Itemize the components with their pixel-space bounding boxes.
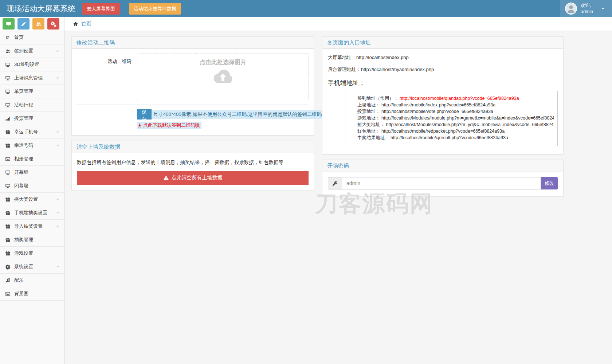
gift-icon xyxy=(5,237,14,243)
key-addon xyxy=(328,177,342,189)
bigscreen-url[interactable]: http://localhost/index.php xyxy=(356,55,409,60)
sidebar-item-3d-qiandao[interactable]: 3D签到设置 xyxy=(0,58,64,71)
quick-buttons xyxy=(0,17,64,31)
desktop-icon xyxy=(5,170,14,175)
chevron-down-icon xyxy=(56,130,60,134)
clear-data-panel: 清空上墙系统数据 数据包括所有签到用户信息，发送的上墙消息，抽奖结果，摇一摇数据… xyxy=(71,141,314,190)
admin-url[interactable]: http://localhost/myadmin/index.php xyxy=(361,67,434,72)
sidebar-item-shake-prize[interactable]: 摇大奖设置 xyxy=(0,193,64,206)
key-icon xyxy=(332,181,338,186)
pencil-icon xyxy=(21,21,27,27)
chevron-down-icon xyxy=(56,197,60,201)
cogs-icon xyxy=(51,21,56,27)
users-icon xyxy=(36,21,42,27)
save-button[interactable]: 保存 xyxy=(137,109,152,120)
mobile-url[interactable]: http://localhost/mobile/vote.php?vcode=6… xyxy=(381,109,493,114)
desktop-icon xyxy=(5,62,14,67)
sidebar-item-schedule[interactable]: 活动行程 xyxy=(0,98,64,112)
divider xyxy=(76,104,309,105)
qrcode-upload-area[interactable]: 点击此处选择图片 xyxy=(137,54,309,100)
user-menu[interactable]: 欢迎, admin xyxy=(560,0,612,17)
image-icon xyxy=(5,156,14,162)
mobile-url[interactable]: http://localhost/mobile/index.php?vcode=… xyxy=(381,102,495,107)
save-hint-text: 尺寸400*400像素,如果不使用公众号二维码,这里留空的就是默认的签到二维码 xyxy=(152,110,324,119)
export-data-button[interactable]: 活动结束去导出数据 xyxy=(129,3,181,15)
dashboard-icon xyxy=(5,35,14,40)
sidebar-item-lucky-number[interactable]: 幸运号码 xyxy=(0,139,64,152)
gear-icon xyxy=(5,264,14,270)
left-column: 修改活动二维码 活动二维码: 点击此处选择图片 保存 尺寸400*400像素,如… xyxy=(71,36,314,195)
mobile-url-line: 签到地址（常用）： http://localhost/mobile/qianda… xyxy=(357,95,554,102)
top-header: 现场活动大屏幕系统 去大屏幕界面 活动结束去导出数据 欢迎, admin xyxy=(0,0,612,17)
desktop-icon xyxy=(5,102,14,108)
sidebar-item-wall-message[interactable]: 上墙消息管理 xyxy=(0,71,64,85)
desktop-icon xyxy=(5,75,14,81)
chevron-down-icon xyxy=(56,49,60,53)
qrcode-panel-title: 修改活动二维码 xyxy=(72,37,314,49)
chevron-down-icon xyxy=(56,144,60,148)
home-icon xyxy=(73,21,78,27)
mobile-url-line: 中奖结果地址： http://localhost/mobile/cjresult… xyxy=(357,134,554,141)
mobile-url-line: 上墙地址： http://localhost/mobile/index.php?… xyxy=(357,102,554,108)
music-icon xyxy=(5,278,14,283)
users-button[interactable] xyxy=(32,18,44,30)
username-text: admin xyxy=(581,9,593,15)
sidebar-item-game-settings[interactable]: 游戏设置 xyxy=(0,247,64,260)
settings-button[interactable] xyxy=(47,18,59,30)
edit-button[interactable] xyxy=(17,18,30,30)
mobile-url-line: 红包地址： http://localhost/mobile/redpacket.… xyxy=(357,128,554,134)
users-icon xyxy=(5,48,14,54)
chevron-down-icon xyxy=(56,211,60,215)
go-bigscreen-button[interactable]: 去大屏幕界面 xyxy=(82,3,120,15)
main-content: 修改活动二维码 活动二维码: 点击此处选择图片 保存 尺寸400*400像素,如… xyxy=(64,31,612,364)
chevron-down-icon xyxy=(56,76,60,80)
chat-button[interactable] xyxy=(3,18,15,30)
sidebar-item-system-settings[interactable]: 系统设置 xyxy=(0,260,64,274)
sidebar-item-vote[interactable]: 投票管理 xyxy=(0,112,64,125)
mobile-url[interactable]: http://localhost/mobile/cjresult.php?vco… xyxy=(391,135,508,140)
sidebar-item-mobile-lottery[interactable]: 手机端抽奖设置 xyxy=(0,206,64,220)
gift-icon xyxy=(5,129,14,135)
qrcode-field-label: 活动二维码: xyxy=(76,54,137,100)
clear-all-data-button[interactable]: 点此清空所有上墙数据 xyxy=(77,171,309,185)
mobile-url-line: 投票地址： http://localhost/mobile/vote.php?v… xyxy=(357,108,554,115)
breadcrumb[interactable]: 首页 xyxy=(64,17,91,31)
welcome-text: 欢迎, xyxy=(581,3,593,8)
mobile-url-line: 摇大奖地址： http://localhost/Modules/module.p… xyxy=(357,121,554,128)
sidebar-item-background[interactable]: 背景图 xyxy=(0,287,64,301)
sidebar-item-single-page[interactable]: 单页管理 xyxy=(0,85,64,98)
clear-panel-title: 清空上墙系统数据 xyxy=(72,141,314,153)
sidebar-item-album[interactable]: 相册管理 xyxy=(0,152,64,166)
chat-icon xyxy=(6,21,12,27)
gift-icon xyxy=(5,224,14,229)
entry-panel-title: 各页面的入口地址 xyxy=(322,37,563,49)
mobile-url-box: 签到地址（常用）： http://localhost/mobile/qianda… xyxy=(345,91,558,146)
sidebar-item-music[interactable]: 配乐 xyxy=(0,274,64,287)
modify-password-button[interactable]: 修改 xyxy=(541,177,558,189)
chevron-down-icon xyxy=(56,265,60,269)
sidebar-item-lottery-manage[interactable]: 抽奖管理 xyxy=(0,233,64,247)
download-icon xyxy=(137,123,142,128)
sidebar-item-lucky-phone[interactable]: 幸运手机号 xyxy=(0,125,64,139)
mobile-url[interactable]: http://localhost/mobile/qiandao.php?vcod… xyxy=(400,96,519,101)
mobile-url[interactable]: http://localhost/Modules/module.php?m=ga… xyxy=(381,116,554,121)
mobile-url[interactable]: http://localhost/mobile/redpacket.php?vc… xyxy=(381,129,505,134)
entry-urls-panel: 各页面的入口地址 大屏幕地址：http://localhost/index.ph… xyxy=(322,36,564,154)
bigscreen-url-line: 大屏幕地址：http://localhost/index.php xyxy=(328,54,558,61)
mobile-url[interactable]: http://localhost/Modules/module.php?m=yd… xyxy=(386,122,554,127)
gift-icon xyxy=(5,197,14,202)
breadcrumb-home: 首页 xyxy=(81,21,91,27)
password-panel-title: 开场密码 xyxy=(322,160,563,172)
sidebar-item-home[interactable]: 首页 xyxy=(0,31,64,44)
sidebar-item-qiandao-set[interactable]: 签到设置 xyxy=(0,44,64,58)
password-input[interactable] xyxy=(342,177,541,189)
gift-icon xyxy=(5,143,14,148)
desktop-icon xyxy=(5,183,14,189)
admin-url-line: 后台管理地址：http://localhost/myadmin/index.ph… xyxy=(328,66,558,73)
sidebar-item-opening-wall[interactable]: 开幕墙 xyxy=(0,166,64,179)
admin-page: 现场活动大屏幕系统 去大屏幕界面 活动结束去导出数据 欢迎, admin 首页 xyxy=(0,0,612,364)
download-default-qrcode-link[interactable]: 点此下载默认签到二维码噢 xyxy=(137,122,201,129)
sidebar-item-import-lottery[interactable]: 导入抽奖设置 xyxy=(0,220,64,233)
password-panel: 开场密码 修改 xyxy=(322,160,564,197)
sidebar-item-closing-wall[interactable]: 闭幕墙 xyxy=(0,179,64,193)
